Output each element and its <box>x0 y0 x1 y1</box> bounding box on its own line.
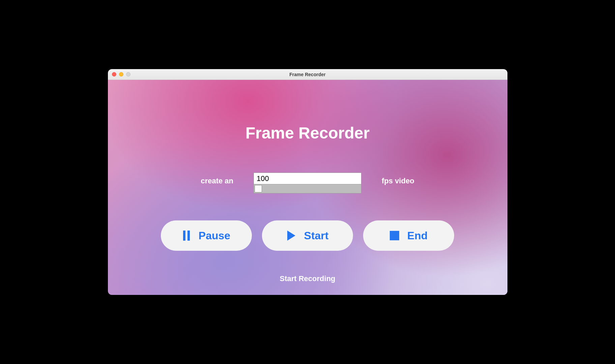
pause-button[interactable]: Pause <box>161 220 252 251</box>
play-icon <box>287 231 296 241</box>
window-title: Frame Recorder <box>108 72 507 77</box>
button-row: Pause Start End <box>161 220 454 251</box>
pause-label: Pause <box>199 230 230 242</box>
end-label: End <box>407 230 428 242</box>
app-title: Frame Recorder <box>245 124 370 142</box>
titlebar[interactable]: Frame Recorder <box>108 69 507 80</box>
svg-rect-3 <box>390 231 399 240</box>
fps-row: create an fps video <box>201 173 414 193</box>
status-text: Start Recording <box>280 274 335 283</box>
end-button[interactable]: End <box>363 220 454 251</box>
fps-spinner[interactable] <box>254 173 361 193</box>
svg-rect-1 <box>187 231 190 241</box>
start-button[interactable]: Start <box>262 220 353 251</box>
fps-label-after: fps video <box>382 177 414 185</box>
fps-input[interactable] <box>254 173 361 184</box>
svg-marker-2 <box>287 231 295 241</box>
pause-icon <box>182 231 191 241</box>
content-area: Frame Recorder create an fps video Pause <box>108 80 507 295</box>
svg-rect-0 <box>183 231 185 241</box>
fps-label-before: create an <box>201 177 233 185</box>
app-window: Frame Recorder Frame Recorder create an … <box>108 69 507 295</box>
stop-icon <box>390 231 399 240</box>
start-label: Start <box>304 230 329 242</box>
fps-slider-track[interactable] <box>254 184 361 193</box>
fps-slider-thumb[interactable] <box>255 185 262 192</box>
